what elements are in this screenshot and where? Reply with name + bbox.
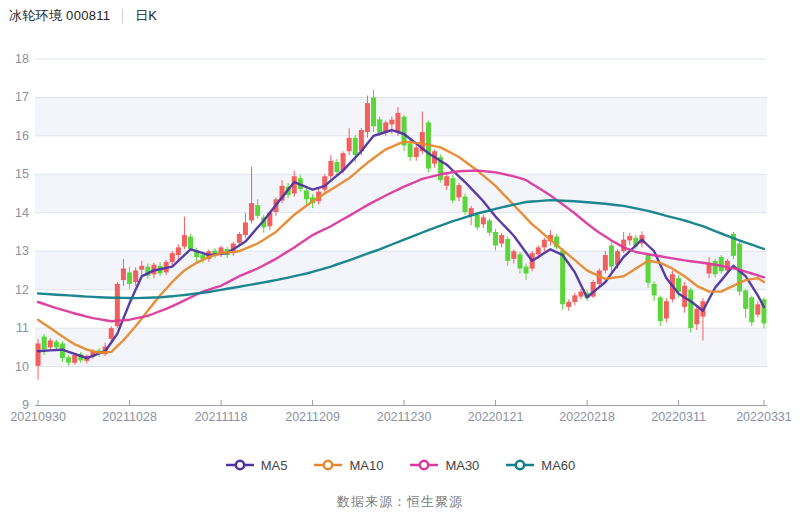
x-axis-label: 20220311 (651, 410, 706, 424)
candle-body (188, 237, 193, 249)
candle-body (365, 103, 370, 132)
legend-item-ma5[interactable]: MA5 (225, 458, 288, 473)
x-axis-label: 20211028 (102, 410, 157, 424)
candle-body (603, 255, 608, 270)
x-axis-label: 20220331 (736, 410, 792, 424)
candle-body (450, 178, 455, 200)
candle-body (658, 297, 663, 321)
ma10-line (38, 142, 764, 353)
ma5-line (38, 130, 764, 358)
candle-body (304, 190, 309, 199)
candle-body (481, 217, 486, 224)
x-axis-label: 20210930 (10, 410, 66, 424)
candle-body (249, 203, 254, 220)
candle-body (713, 261, 718, 274)
x-axis-label: 20211230 (377, 410, 432, 424)
y-axis-labels: 9101112131415161718 (15, 52, 29, 412)
x-axis-label: 20211209 (285, 410, 340, 424)
y-axis-label: 15 (15, 167, 29, 181)
y-axis-label: 11 (16, 321, 29, 335)
candle-body (511, 251, 516, 259)
candle-body (719, 257, 724, 271)
candle-body (749, 297, 754, 322)
candle-body (66, 357, 71, 362)
candle-body (694, 309, 699, 324)
candle-body (627, 236, 632, 241)
y-axis-label: 16 (15, 129, 29, 143)
legend-label-ma10: MA10 (349, 458, 383, 473)
candle-body (334, 162, 339, 172)
kline-chart-canvas: 9101112131415161718202109302021102820211… (0, 0, 800, 432)
candle-body (566, 302, 571, 307)
data-source-note: 数据来源：恒生聚源 (0, 493, 800, 511)
candle-body (578, 292, 583, 297)
candle-body (121, 269, 126, 281)
legend-item-ma60[interactable]: MA60 (505, 458, 575, 473)
y-axis-label: 13 (15, 244, 29, 258)
ma5-legend-marker-icon (225, 459, 255, 471)
candle-body (36, 343, 41, 365)
legend-label-ma60: MA60 (541, 458, 575, 473)
candle-body (487, 220, 492, 232)
candle-body (237, 234, 242, 243)
legend-label-ma30: MA30 (445, 458, 479, 473)
candle-body (176, 247, 181, 255)
candle-body (444, 176, 449, 186)
candle-body (353, 138, 358, 155)
candle-body (505, 239, 510, 261)
candle-body (139, 266, 144, 270)
candle-body (456, 185, 461, 197)
candle-body (347, 138, 352, 151)
candle-body (389, 120, 394, 125)
ma10-legend-marker-icon (313, 459, 343, 471)
ma30-legend-marker-icon (409, 459, 439, 471)
candle-body (664, 301, 669, 318)
candle-body (536, 247, 541, 254)
y-axis-label: 18 (15, 52, 29, 66)
candle-body (170, 253, 175, 262)
ma60-legend-marker-icon (505, 459, 535, 471)
legend-label-ma5: MA5 (261, 458, 288, 473)
candle-body (54, 342, 59, 348)
candle-body (463, 197, 468, 212)
y-axis-label: 14 (15, 206, 29, 220)
candle-body (499, 235, 504, 243)
candle-body (652, 284, 657, 296)
kline-page: 冰轮环境 000811 日K 9101112131415161718202109… (0, 0, 800, 517)
candle-body (42, 337, 47, 350)
candle-body (743, 290, 748, 308)
candle-body (408, 144, 413, 157)
candle-body (127, 272, 132, 284)
x-axis-label: 20211118 (195, 410, 248, 424)
candle-body (646, 255, 651, 283)
x-axis-labels: 2021093020211028202111182021120920211230… (10, 410, 792, 424)
candle-body (377, 119, 382, 132)
candle-body (72, 355, 77, 363)
kline-chart-area: 9101112131415161718202109302021102820211… (0, 0, 800, 432)
y-axis-label: 17 (15, 90, 29, 104)
candle-body (524, 267, 529, 274)
candle-body (328, 161, 333, 176)
candle-body (182, 235, 187, 247)
candle-body (572, 295, 577, 302)
candle-body (255, 205, 260, 216)
legend-item-ma30[interactable]: MA30 (409, 458, 479, 473)
candle-body (609, 245, 614, 266)
legend: MA5 MA10 MA30 MA60 (0, 452, 800, 478)
legend-item-ma10[interactable]: MA10 (313, 458, 383, 473)
candle-body (414, 147, 419, 157)
y-axis-label: 12 (15, 283, 29, 297)
candle-body (517, 254, 522, 268)
x-axis (35, 400, 767, 406)
y-axis-label: 10 (15, 360, 29, 374)
candle-body (243, 222, 248, 235)
candle-body (542, 240, 547, 248)
candle-body (109, 328, 114, 339)
price-bands (35, 97, 767, 366)
candle-body (493, 232, 498, 245)
candle-body (371, 97, 376, 126)
candle-body (133, 270, 138, 282)
candle-body (755, 304, 760, 314)
x-axis-label: 20220121 (468, 410, 524, 424)
candle-body (475, 215, 480, 228)
